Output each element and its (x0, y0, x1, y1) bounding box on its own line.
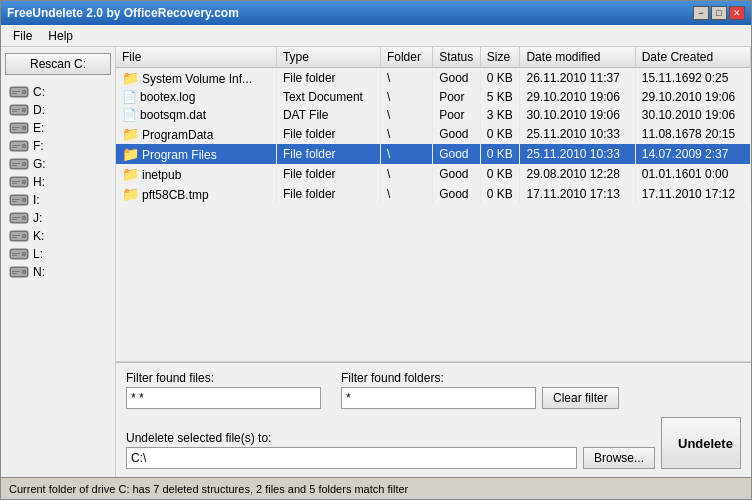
drive-item-l[interactable]: L: (5, 245, 111, 263)
table-row[interactable]: 📄bootsqm.dat DAT File \ Poor 3 KB 30.10.… (116, 106, 751, 124)
svg-rect-11 (12, 111, 17, 112)
main-content: Rescan C: C: D: (1, 47, 751, 477)
undelete-path-input[interactable] (126, 447, 577, 469)
svg-point-51 (23, 235, 25, 237)
status-bar: Current folder of drive C: has 7 deleted… (1, 477, 751, 499)
menu-file[interactable]: File (5, 27, 40, 45)
table-row[interactable]: 📁System Volume Inf... File folder \ Good… (116, 68, 751, 89)
drive-label: J: (33, 211, 42, 225)
menu-bar: File Help (1, 25, 751, 47)
cell-type: File folder (276, 184, 380, 204)
svg-point-27 (23, 163, 25, 165)
svg-rect-41 (12, 201, 17, 202)
col-file[interactable]: File (116, 47, 276, 68)
folder-icon: 📁 (122, 70, 139, 86)
minimize-button[interactable]: − (693, 6, 709, 20)
table-row[interactable]: 📁pft58CB.tmp File folder \ Good 0 KB 17.… (116, 184, 751, 204)
hdd-icon (9, 210, 29, 226)
rescan-button[interactable]: Rescan C: (5, 53, 111, 75)
drive-item-e[interactable]: E: (5, 119, 111, 137)
main-window: FreeUndelete 2.0 by OfficeRecovery.com −… (0, 0, 752, 500)
table-row[interactable]: 📁inetpub File folder \ Good 0 KB 29.08.2… (116, 164, 751, 184)
drive-label: H: (33, 175, 45, 189)
svg-rect-53 (12, 237, 17, 238)
col-created[interactable]: Date Created (635, 47, 750, 68)
svg-rect-65 (12, 273, 17, 274)
drive-item-n[interactable]: N: (5, 263, 111, 281)
hdd-icon (9, 102, 29, 118)
cell-size: 5 KB (480, 88, 520, 106)
undelete-button[interactable]: Undelete (661, 417, 741, 469)
svg-point-33 (23, 181, 25, 183)
table-row[interactable]: 📁ProgramData File folder \ Good 0 KB 25.… (116, 124, 751, 144)
cell-modified: 29.10.2010 19:06 (520, 88, 635, 106)
cell-folder: \ (380, 164, 432, 184)
folder-icon: 📁 (122, 166, 139, 182)
maximize-button[interactable]: □ (711, 6, 727, 20)
col-type[interactable]: Type (276, 47, 380, 68)
svg-point-3 (23, 91, 25, 93)
drive-item-i[interactable]: I: (5, 191, 111, 209)
col-size[interactable]: Size (480, 47, 520, 68)
table-row[interactable]: 📁Program Files File folder \ Good 0 KB 2… (116, 144, 751, 164)
dat-icon: 📄 (122, 108, 137, 122)
cell-created: 01.01.1601 0:00 (635, 164, 750, 184)
cell-created: 17.11.2010 17:12 (635, 184, 750, 204)
hdd-icon (9, 120, 29, 136)
col-modified[interactable]: Date modified (520, 47, 635, 68)
cell-name: 📁inetpub (116, 164, 276, 184)
hdd-icon (9, 264, 29, 280)
doc-icon: 📄 (122, 90, 137, 104)
cell-folder: \ (380, 184, 432, 204)
cell-type: File folder (276, 68, 380, 89)
drive-label: K: (33, 229, 44, 243)
clear-filter-button[interactable]: Clear filter (542, 387, 619, 409)
col-status[interactable]: Status (433, 47, 481, 68)
cell-type: File folder (276, 124, 380, 144)
svg-rect-22 (12, 145, 20, 146)
cell-folder: \ (380, 124, 432, 144)
drive-item-k[interactable]: K: (5, 227, 111, 245)
browse-button[interactable]: Browse... (583, 447, 655, 469)
cell-created: 11.08.1678 20:15 (635, 124, 750, 144)
hdd-icon (9, 228, 29, 244)
svg-rect-58 (12, 253, 20, 254)
filter-folders-input[interactable] (341, 387, 536, 409)
drive-item-f[interactable]: F: (5, 137, 111, 155)
cell-type: Text Document (276, 88, 380, 106)
drive-item-d[interactable]: D: (5, 101, 111, 119)
cell-name: 📁System Volume Inf... (116, 68, 276, 89)
folder-icon: 📁 (122, 126, 139, 142)
svg-rect-16 (12, 127, 20, 128)
hdd-icon (9, 156, 29, 172)
hdd-icon (9, 174, 29, 190)
cell-type: DAT File (276, 106, 380, 124)
cell-status: Poor (433, 106, 481, 124)
cell-modified: 30.10.2010 19:06 (520, 106, 635, 124)
drive-item-h[interactable]: H: (5, 173, 111, 191)
table-header: File Type Folder Status Size Date modifi… (116, 47, 751, 68)
drive-item-j[interactable]: J: (5, 209, 111, 227)
svg-rect-17 (12, 129, 17, 130)
col-folder[interactable]: Folder (380, 47, 432, 68)
drive-label: D: (33, 103, 45, 117)
filter-files-inputs (126, 387, 321, 409)
drive-item-g[interactable]: G: (5, 155, 111, 173)
cell-modified: 25.11.2010 10:33 (520, 124, 635, 144)
cell-status: Poor (433, 88, 481, 106)
svg-rect-29 (12, 165, 17, 166)
table-row[interactable]: 📄bootex.log Text Document \ Poor 5 KB 29… (116, 88, 751, 106)
svg-rect-40 (12, 199, 20, 200)
cell-created: 14.07.2009 2:37 (635, 144, 750, 164)
menu-help[interactable]: Help (40, 27, 81, 45)
filter-files-input[interactable] (126, 387, 321, 409)
hdd-icon (9, 246, 29, 262)
drive-label: E: (33, 121, 44, 135)
file-list-area: File Type Folder Status Size Date modifi… (116, 47, 751, 477)
drive-item-c[interactable]: C: (5, 83, 111, 101)
svg-rect-23 (12, 147, 17, 148)
filter-row: Filter found files: Filter found folders… (126, 371, 741, 409)
cell-status: Good (433, 124, 481, 144)
drive-label: C: (33, 85, 45, 99)
close-button[interactable]: ✕ (729, 6, 745, 20)
